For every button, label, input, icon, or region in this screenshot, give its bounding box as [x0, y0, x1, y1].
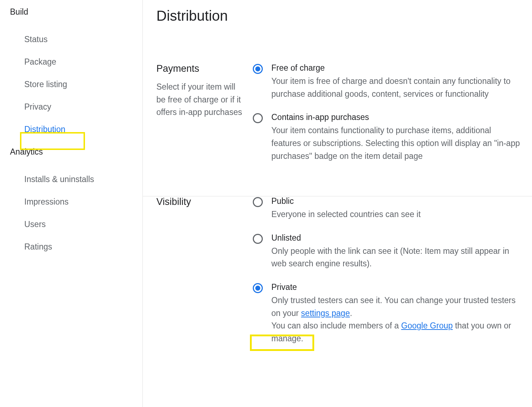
sidebar-item-store-listing[interactable]: Store listing — [10, 73, 142, 96]
radio-public-desc: Everyone in selected countries can see i… — [271, 208, 521, 221]
radio-row-free: Free of charge Your item is free of char… — [253, 63, 521, 100]
radio-free-desc: Your item is free of charge and doesn't … — [271, 75, 521, 100]
main-content: Distribution Payments Select if your ite… — [143, 0, 532, 407]
section-visibility: Visibility Public Everyone in selected c… — [156, 196, 521, 366]
section-payments: Payments Select if your item will be fre… — [156, 63, 521, 196]
private-desc-p3: You can also include members of a — [271, 321, 401, 330]
radio-iap[interactable] — [253, 113, 263, 123]
payments-heading: Payments — [156, 63, 246, 74]
radio-row-private: Private Only trusted testers can see it.… — [253, 282, 521, 345]
sidebar-item-users[interactable]: Users — [10, 213, 142, 236]
settings-page-link[interactable]: settings page — [301, 308, 350, 318]
payments-caption: Select if your item will be free of char… — [156, 81, 246, 119]
radio-unlisted[interactable] — [253, 234, 263, 244]
sidebar-item-installs[interactable]: Installs & uninstalls — [10, 168, 142, 191]
visibility-heading: Visibility — [156, 196, 246, 207]
radio-row-public: Public Everyone in selected countries ca… — [253, 196, 521, 221]
sidebar: Build Status Package Store listing Priva… — [0, 0, 143, 407]
radio-free[interactable] — [253, 64, 263, 74]
sidebar-item-privacy[interactable]: Privacy — [10, 96, 142, 118]
radio-private-desc: Only trusted testers can see it. You can… — [271, 294, 521, 345]
sidebar-item-distribution[interactable]: Distribution — [10, 118, 142, 141]
radio-row-iap: Contains in-app purchases Your item cont… — [253, 112, 521, 162]
sidebar-item-status[interactable]: Status — [10, 28, 142, 51]
sidebar-item-impressions[interactable]: Impressions — [10, 191, 142, 213]
page-title: Distribution — [156, 8, 521, 24]
radio-unlisted-label: Unlisted — [271, 233, 521, 243]
radio-public-label: Public — [271, 196, 521, 206]
radio-free-label: Free of charge — [271, 63, 521, 73]
radio-private[interactable] — [253, 283, 263, 293]
radio-unlisted-desc: Only people with the link can see it (No… — [271, 245, 521, 270]
radio-iap-desc: Your item contains functionality to purc… — [271, 124, 521, 162]
private-desc-p2: . — [350, 308, 352, 318]
radio-public[interactable] — [253, 197, 263, 207]
radio-iap-label: Contains in-app purchases — [271, 112, 521, 122]
google-group-link[interactable]: Google Group — [401, 321, 453, 330]
sidebar-item-package[interactable]: Package — [10, 51, 142, 73]
sidebar-section-analytics: Analytics — [10, 147, 142, 157]
radio-row-unlisted: Unlisted Only people with the link can s… — [253, 233, 521, 270]
sidebar-item-ratings[interactable]: Ratings — [10, 236, 142, 258]
radio-private-label: Private — [271, 282, 521, 292]
sidebar-section-build: Build — [10, 7, 142, 17]
